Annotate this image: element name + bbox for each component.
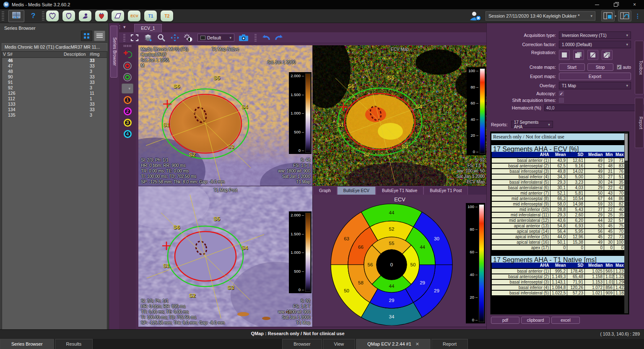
registration-none-button[interactable] bbox=[559, 50, 570, 60]
redo-icon[interactable] bbox=[274, 33, 285, 42]
series-row[interactable]: 483 bbox=[2, 69, 107, 74]
report-export-buttons: pdfclipboardexcel bbox=[491, 317, 582, 324]
fit-to-view-icon[interactable] bbox=[129, 33, 140, 42]
export-button[interactable]: Export bbox=[559, 73, 631, 80]
ecv-app-icon[interactable]: ECV bbox=[128, 10, 140, 21]
help-button[interactable]: ? bbox=[31, 12, 35, 20]
blood-pool-tool[interactable] bbox=[122, 83, 133, 94]
col-description[interactable]: Description bbox=[63, 52, 89, 57]
series-browser-side-tab[interactable]: Series Browser bbox=[110, 26, 117, 78]
panel-ecv-map[interactable]: ECV Map S: 92FS: 1.5 Tww: 100 wl: 50Sat … bbox=[313, 45, 487, 186]
endo-contour-tool[interactable] bbox=[122, 61, 133, 71]
study-tab[interactable]: Medis Chronic MI 02 (T1) CardiacMR37 MR … bbox=[2, 43, 107, 51]
session-select[interactable]: Session 27/11/2020 13:40 Kayleigh Dukker… bbox=[486, 11, 595, 21]
panel-bullseye[interactable]: GraphBullsEye ECVBullsEye T1 NativeBulls… bbox=[313, 186, 487, 327]
col-visible[interactable]: V bbox=[2, 52, 6, 57]
series-row[interactable]: 13333 bbox=[2, 102, 107, 107]
window-level-icon[interactable] bbox=[183, 33, 194, 42]
segment-label-s1: S1 bbox=[337, 122, 344, 128]
series-row[interactable]: 4733 bbox=[2, 63, 107, 69]
overlay-select[interactable]: T1 Map bbox=[559, 82, 631, 89]
save-layout-caret[interactable]: ▾ bbox=[615, 14, 616, 18]
series-row[interactable]: 12611 bbox=[2, 91, 107, 96]
bullseye-tab-graph[interactable]: Graph bbox=[313, 186, 337, 195]
t1-app-icon[interactable]: T1 bbox=[144, 10, 157, 21]
list-view-button[interactable] bbox=[94, 31, 105, 41]
series-row[interactable]: 1353 bbox=[2, 112, 107, 118]
undo-icon[interactable] bbox=[260, 33, 271, 42]
roi-4-tool[interactable]: 4 bbox=[122, 129, 133, 139]
snapshot-icon[interactable] bbox=[238, 33, 249, 42]
col-series-number[interactable]: S# bbox=[6, 52, 63, 57]
start-button[interactable]: Start bbox=[559, 63, 585, 71]
series-row[interactable]: 4633 bbox=[2, 58, 107, 63]
bullseye-tab-bullseye-ecv[interactable]: BullsEye ECV bbox=[337, 186, 376, 195]
pin-icon[interactable]: ✕ bbox=[415, 341, 419, 346]
mesh-icon[interactable] bbox=[112, 10, 124, 21]
grid-view-button[interactable] bbox=[81, 31, 92, 41]
panel-t1-map-post[interactable]: T1 Map Post Sl: 2/3; Ph: 1/1HR: 0 bbm; R… bbox=[138, 186, 312, 327]
roi-1-tool[interactable]: 1 bbox=[122, 95, 133, 105]
series-row[interactable]: 9033 bbox=[2, 74, 107, 80]
report-scroll-thumb[interactable] bbox=[625, 134, 628, 161]
reports-select[interactable]: 17 Segments AHA bbox=[511, 121, 553, 128]
bullseye-tab-bullseye-t1-native[interactable]: BullsEye T1 Native bbox=[376, 186, 423, 195]
app-tab-report[interactable]: Report bbox=[431, 339, 468, 349]
autocopy-checkbox[interactable]: ✓ bbox=[559, 91, 564, 96]
registration-deform-button[interactable] bbox=[602, 50, 613, 60]
qmass-heart-icon[interactable] bbox=[46, 10, 59, 21]
layout-button[interactable] bbox=[8, 10, 24, 22]
col-num-images[interactable]: #Img bbox=[89, 52, 106, 57]
panel-t1-map-native[interactable]: Medis Chronic MI 02 (T1)CardiacMR37Sat J… bbox=[138, 45, 312, 186]
series-row[interactable]: 923 bbox=[2, 85, 107, 91]
registration-stack-button[interactable] bbox=[573, 50, 584, 60]
epi-contour-tool[interactable] bbox=[122, 72, 133, 82]
viewport-tab-menu[interactable]: ⋮ ▾ bbox=[117, 24, 126, 30]
tab-ecv-1[interactable]: ECV_1 bbox=[134, 24, 162, 32]
toolbox-side-tab[interactable]: Toolbox bbox=[635, 41, 644, 94]
minimize-button[interactable] bbox=[587, 0, 606, 9]
report-table-title: 17 Segments AHA - ECV [%] bbox=[491, 145, 628, 152]
preset-select[interactable]: Default bbox=[197, 34, 234, 42]
app-tab-view[interactable]: View bbox=[323, 339, 356, 349]
auto-checkbox[interactable]: ✓ bbox=[617, 65, 622, 70]
toolbar-overflow-menu[interactable]: ⋮ bbox=[635, 13, 641, 19]
reset-layout-button[interactable] bbox=[618, 10, 631, 21]
magnifier-icon[interactable] bbox=[156, 33, 167, 42]
app-tab-qmap-ecv-2-2-44-1[interactable]: QMap ECV 2.2.44 #1✕ bbox=[356, 339, 431, 349]
correction-factor-value: 1.0000 (Default) bbox=[562, 42, 592, 47]
bottom-tab-results[interactable]: Results bbox=[55, 339, 93, 349]
acquisition-type-select[interactable]: Inversion Recovery (T1) bbox=[559, 31, 631, 39]
clipboard-button[interactable]: clipboard bbox=[521, 317, 550, 324]
table-row: apical inferior (15)44,012,96452273 bbox=[492, 234, 625, 240]
restore-button[interactable] bbox=[606, 0, 625, 9]
lv-short-axis-icon[interactable] bbox=[62, 10, 75, 21]
report-scrollbar[interactable] bbox=[624, 133, 628, 313]
series-row[interactable]: 1121 bbox=[2, 96, 107, 102]
anatomy-heart-icon[interactable] bbox=[95, 10, 108, 21]
reference-point-tool[interactable] bbox=[122, 49, 133, 60]
roi-2-tool[interactable]: 2 bbox=[122, 106, 133, 116]
roi-3-tool[interactable]: 3 bbox=[122, 117, 133, 128]
close-button[interactable]: × bbox=[625, 0, 644, 9]
app-tab-browser[interactable]: Browser bbox=[282, 339, 322, 349]
bottom-tab-series-browser[interactable]: Series Browser bbox=[0, 339, 54, 349]
shift-times-checkbox[interactable] bbox=[559, 98, 564, 103]
hematocrit-input[interactable] bbox=[544, 104, 644, 111]
settings-panel: Acquisition type: Inversion Recovery (T1… bbox=[486, 23, 644, 329]
pan-icon[interactable] bbox=[169, 33, 180, 42]
series-row[interactable]: 9133 bbox=[2, 80, 107, 85]
ecv-app-label: ECV bbox=[130, 14, 138, 18]
save-layout-button[interactable] bbox=[601, 10, 615, 21]
patient-icon[interactable] bbox=[79, 10, 91, 21]
t2-app-icon[interactable]: T2 bbox=[161, 10, 173, 21]
correction-factor-select[interactable]: 1.0000 (Default) bbox=[559, 41, 631, 48]
excel-button[interactable]: excel bbox=[551, 317, 580, 324]
bullseye-tab-bullseye-t1-post[interactable]: BullsEye T1 Post bbox=[423, 186, 468, 195]
registration-rigid-button[interactable] bbox=[587, 50, 598, 60]
layers-icon[interactable] bbox=[143, 33, 153, 42]
report-side-tab[interactable]: Report bbox=[635, 98, 644, 148]
stop-button[interactable]: Stop bbox=[587, 63, 613, 71]
pdf-button[interactable]: pdf bbox=[491, 317, 519, 324]
series-row[interactable]: 13433 bbox=[2, 107, 107, 112]
